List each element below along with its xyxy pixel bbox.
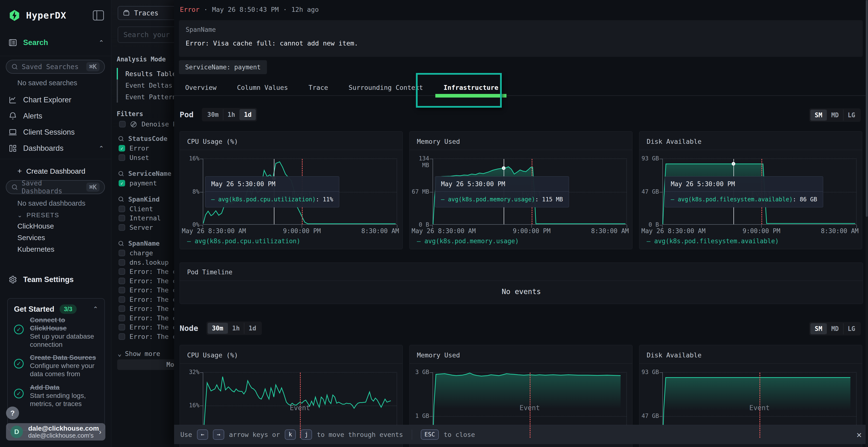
tab-column-values[interactable]: Column Values: [237, 79, 288, 95]
chart-plot-pod-cpu[interactable]: 16%8%0%EventMay 26 5:30:00 PM— avg(k8s.p…: [203, 159, 397, 225]
pod-size-lg[interactable]: LG: [843, 110, 860, 121]
get-started-step[interactable]: ✓ Add Data Start sending logs, metrics, …: [14, 383, 100, 408]
filter-option-label: Error: The cr: [129, 286, 180, 294]
checkbox-icon: ✓: [119, 145, 125, 151]
node-size-sm[interactable]: SM: [810, 323, 827, 334]
create-dashboard-button[interactable]: + Create Dashboard: [18, 167, 104, 176]
filter-option-label: Error: The cr: [129, 305, 180, 312]
pod-range-1h[interactable]: 1h: [223, 109, 240, 120]
filter-option-error-the-cr[interactable]: Error: The cr: [119, 286, 180, 294]
filter-option-payment[interactable]: ✓payment: [119, 179, 157, 187]
chart-title: Disk Available: [647, 138, 702, 145]
tab-infrastructure[interactable]: Infrastructure: [444, 79, 499, 95]
sidebar-item-search[interactable]: Search ⌃: [8, 38, 104, 47]
close-icon[interactable]: ✕: [857, 429, 862, 440]
get-started-title: Get Started: [14, 305, 54, 314]
filter-group-name: StatusCode: [128, 135, 167, 142]
chevron-up-icon[interactable]: ⌃: [93, 305, 98, 313]
y-axis-tick-label: 16%: [180, 156, 199, 162]
divider: [410, 150, 632, 150]
collapse-sidebar-icon[interactable]: [93, 10, 104, 21]
pod-range-1d[interactable]: 1d: [240, 109, 256, 120]
presets-toggle[interactable]: ⌄ PRESETS: [18, 211, 104, 219]
event-marker-label: Event: [520, 404, 540, 412]
chart-plot-pod-mem[interactable]: 134 MB67 MB0 BEventMay 26 5:30:00 PM— av…: [433, 159, 627, 225]
node-range-1d[interactable]: 1d: [244, 323, 260, 334]
checkbox-icon: [119, 278, 125, 284]
pod-size-sm[interactable]: SM: [810, 110, 827, 121]
pod-range-30m[interactable]: 30m: [203, 109, 223, 120]
denoise-results-checkbox[interactable]: Denoise Re: [119, 121, 181, 128]
filter-group-name: SpanKind: [128, 196, 160, 203]
traces-source-icon: [123, 9, 130, 17]
y-axis-tick: [430, 159, 433, 159]
check-circle-icon: ✓: [14, 359, 24, 369]
filter-option-dns-lookup[interactable]: dns.lookup: [119, 259, 169, 266]
pod-size-control: SMMDLG: [809, 108, 861, 122]
filter-option-server[interactable]: Server: [119, 224, 153, 231]
sidebar-item-chart-explorer[interactable]: Chart Explorer: [8, 95, 104, 105]
filter-option-error-the-cr[interactable]: Error: The cr: [119, 314, 180, 322]
analysis-mode-option[interactable]: Event Deltas: [117, 79, 180, 91]
divider: [0, 159, 111, 159]
filter-option-internal[interactable]: Internal: [119, 214, 161, 222]
show-more-button[interactable]: ⌄ Show more: [118, 350, 160, 357]
preset-kubernetes[interactable]: Kubernetes: [18, 245, 54, 253]
filter-option-unset[interactable]: Unset: [119, 154, 149, 161]
filter-option-charge[interactable]: charge: [119, 249, 153, 257]
checkbox-icon: [119, 305, 125, 312]
chart-plot-pod-disk[interactable]: 93 GB47 GB0 BEventMay 26 5:30:00 PM— avg…: [662, 159, 857, 225]
node-size-lg[interactable]: LG: [843, 323, 860, 334]
chevron-down-icon: ⌄: [118, 350, 122, 357]
sidebar-item-alerts[interactable]: Alerts: [8, 111, 104, 121]
analysis-mode-option[interactable]: Event Patterns: [117, 91, 180, 103]
checkbox-icon: [119, 296, 125, 303]
node-range-1h[interactable]: 1h: [227, 323, 244, 334]
filter-option-error-the-cr[interactable]: Error: The cr: [119, 333, 180, 340]
preset-clickhouse[interactable]: ClickHouse: [18, 222, 54, 230]
search-icon: [118, 135, 124, 142]
analysis-mode-option[interactable]: Results Table: [117, 68, 180, 79]
filter-option-label: charge: [129, 249, 153, 257]
sidebar-item-team-settings[interactable]: Team Settings: [8, 275, 104, 284]
user-menu[interactable]: D dale@clickhouse.com dale@clickhouse.co…: [6, 423, 105, 441]
filter-option-error-the-cr[interactable]: Error: The cr: [119, 277, 180, 285]
filter-option-error-the-cr[interactable]: Error: The cr: [119, 268, 180, 275]
saved-searches-input[interactable]: Saved Searches ⌘K: [6, 60, 105, 74]
chart-legend: — avg(k8s.pod.memory.usage): [417, 238, 519, 245]
checkbox-icon: [119, 268, 125, 275]
saved-dashboards-input[interactable]: Saved Dashboards ⌘K: [6, 180, 105, 194]
check-circle-icon: ✓: [14, 325, 24, 334]
get-started-step[interactable]: ✓ Create Data Sources Configure where yo…: [14, 353, 100, 378]
sidebar-item-dashboards[interactable]: Dashboards ⌃: [8, 144, 104, 153]
x-axis-tick-label: 8:30:00 AM: [591, 227, 629, 235]
filters-label: Filters: [117, 110, 143, 117]
sidebar-item-client-sessions[interactable]: Client Sessions: [8, 128, 104, 137]
filter-option-client[interactable]: Client: [119, 205, 153, 213]
pod-size-md[interactable]: MD: [827, 110, 843, 121]
tab-trace[interactable]: Trace: [308, 79, 328, 95]
filter-option-error[interactable]: ✓Error: [119, 144, 149, 152]
checkbox-icon: [119, 154, 125, 161]
node-size-md[interactable]: MD: [827, 323, 843, 334]
filter-option-error-the-cr[interactable]: Error: The cr: [119, 305, 180, 312]
y-axis-tick: [430, 372, 433, 373]
scrollbar[interactable]: [866, 0, 868, 447]
filter-option-error-the-cr[interactable]: Error: The cr: [119, 296, 180, 303]
filter-option-error-the-cr[interactable]: Error: The cr: [119, 323, 180, 331]
service-name-chip[interactable]: ServiceName: payment: [179, 60, 267, 74]
tooltip-series-value: : 115 MB: [535, 196, 563, 203]
keyboard-hint-bar: Use ← → arrow keys or k j to move throug…: [174, 425, 868, 444]
scrollbar-thumb[interactable]: [866, 0, 868, 217]
shortcut-badge: ⌘K: [86, 182, 100, 192]
help-button[interactable]: ?: [6, 407, 19, 419]
get-started-step[interactable]: ✓ Connect to ClickHouse Set up your data…: [14, 316, 100, 349]
node-section-header: Node 30m1h1d: [180, 321, 262, 335]
preset-services[interactable]: Services: [18, 234, 45, 242]
tab-overview[interactable]: Overview: [185, 79, 217, 95]
laptop-icon: [8, 128, 18, 137]
gear-icon: [8, 275, 18, 284]
tab-surrounding-context[interactable]: Surrounding Context: [349, 79, 423, 95]
active-indicator: [117, 68, 118, 79]
node-range-30m[interactable]: 30m: [208, 323, 227, 334]
